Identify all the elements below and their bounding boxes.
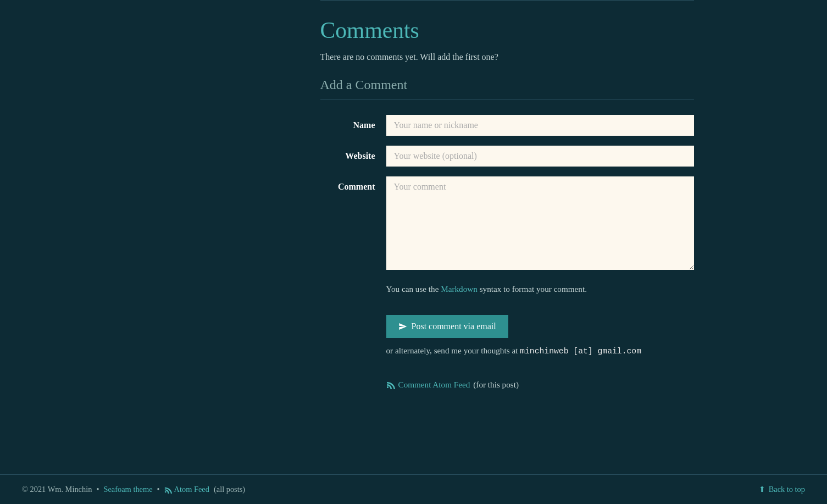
footer-atom-link[interactable]: Atom Feed <box>174 485 209 494</box>
website-input[interactable] <box>386 146 694 167</box>
submit-row: Post comment via email or alternately, s… <box>320 315 694 380</box>
atom-feed-link[interactable]: Comment Atom Feed <box>398 380 470 390</box>
comment-row: Comment <box>320 176 694 282</box>
theme-link[interactable]: Seafoam theme <box>103 485 152 494</box>
comment-field-cell <box>386 176 694 282</box>
alternate-prefix: or alternately, send me your thoughts at <box>386 346 520 355</box>
post-comment-button[interactable]: Post comment via email <box>386 315 508 338</box>
svg-rect-1 <box>164 491 166 492</box>
footer-sep-1: • <box>96 485 99 494</box>
name-label: Name <box>320 115 386 146</box>
empty-atom-label <box>320 380 386 422</box>
name-input[interactable] <box>386 115 694 136</box>
website-row: Website <box>320 146 694 176</box>
markdown-note-suffix: syntax to format your comment. <box>478 284 587 293</box>
markdown-note: You can use the Markdown syntax to forma… <box>386 282 694 294</box>
website-field-cell <box>386 146 694 176</box>
post-button-label: Post comment via email <box>412 322 496 331</box>
footer-atom-suffix: (all posts) <box>214 485 245 494</box>
send-icon <box>398 322 407 331</box>
empty-submit-label <box>320 315 386 380</box>
comment-form: Name Website Comment <box>320 115 694 422</box>
atom-feed-row-tr: Comment Atom Feed (for this post) <box>320 380 694 422</box>
markdown-note-row: You can use the Markdown syntax to forma… <box>320 282 694 315</box>
markdown-note-cell: You can use the Markdown syntax to forma… <box>386 282 694 315</box>
up-arrow-icon: ⬆ <box>759 485 765 494</box>
footer-rss-icon <box>164 486 172 494</box>
svg-rect-0 <box>387 386 388 388</box>
atom-feed-container: Comment Atom Feed (for this post) <box>386 380 694 390</box>
copyright: © 2021 Wm. Minchin <box>22 485 92 494</box>
markdown-link[interactable]: Markdown <box>441 284 478 293</box>
top-divider <box>320 0 694 1</box>
add-comment-heading: Add a Comment <box>320 77 694 99</box>
submit-cell: Post comment via email or alternately, s… <box>386 315 694 380</box>
back-to-top-link[interactable]: ⬆ Back to top <box>759 485 805 494</box>
empty-label-cell <box>320 282 386 315</box>
atom-feed-cell: Comment Atom Feed (for this post) <box>386 380 694 422</box>
name-row: Name <box>320 115 694 146</box>
no-comments-text: There are no comments yet. Will add the … <box>320 52 694 62</box>
alternate-text: or alternately, send me your thoughts at… <box>386 346 694 356</box>
comment-label: Comment <box>320 176 386 282</box>
site-footer: © 2021 Wm. Minchin • Seafoam theme • Ato… <box>0 474 827 504</box>
footer-left: © 2021 Wm. Minchin • Seafoam theme • Ato… <box>22 485 245 494</box>
name-field-cell <box>386 115 694 146</box>
back-to-top-label: Back to top <box>769 485 805 494</box>
rss-icon <box>386 380 395 389</box>
comments-title: Comments <box>320 17 694 43</box>
website-label: Website <box>320 146 386 176</box>
footer-sep-2: • <box>157 485 160 494</box>
comment-textarea[interactable] <box>386 176 694 270</box>
atom-feed-suffix: (for this post) <box>473 380 519 390</box>
email-address: minchinweb [at] gmail.com <box>520 347 641 356</box>
markdown-note-prefix: You can use the <box>386 284 441 293</box>
